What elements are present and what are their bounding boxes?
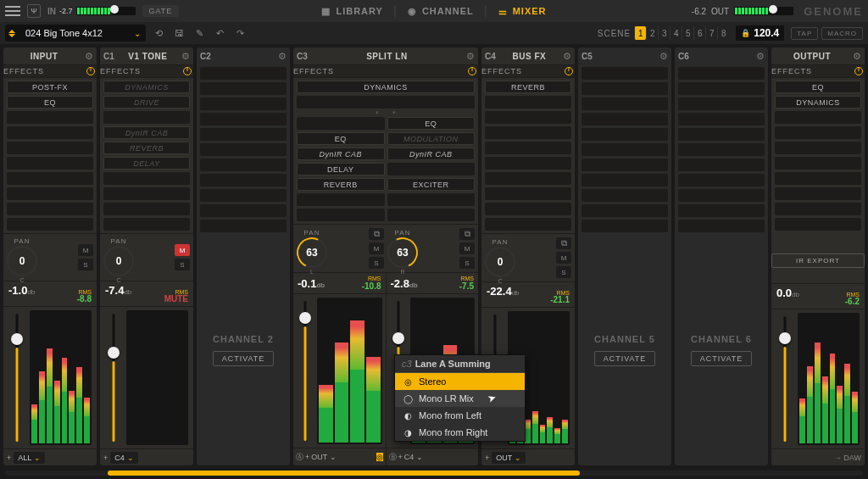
pan-knob[interactable]: 0C <box>103 246 134 276</box>
gear-icon[interactable]: ⚙ <box>563 51 571 62</box>
fx-slot[interactable]: EQ <box>387 117 476 130</box>
mute-button[interactable]: M <box>369 242 384 254</box>
fx-slot[interactable]: DYNAMICS <box>297 81 475 93</box>
tab-channel[interactable]: ◉CHANNEL <box>396 6 487 17</box>
activate-button[interactable]: ACTIVATE <box>691 351 753 366</box>
scene-1[interactable]: 1 <box>634 26 646 40</box>
route-chip[interactable]: OUT ⌄ <box>492 452 526 464</box>
scene-5[interactable]: 5 <box>682 26 693 40</box>
fx-slot[interactable]: DELAY <box>103 157 190 170</box>
pan-knob-r[interactable]: 63R <box>387 237 418 268</box>
gear-icon[interactable]: ⚙ <box>466 51 475 62</box>
edit-button[interactable]: ✎ <box>192 25 207 41</box>
reload-button[interactable]: ⟲ <box>151 25 166 41</box>
fx-slot[interactable] <box>7 126 93 139</box>
mute-button[interactable]: M <box>459 242 475 254</box>
mute-button[interactable]: M <box>556 252 571 264</box>
fader-l[interactable] <box>297 298 314 444</box>
scene-7[interactable]: 7 <box>705 26 717 40</box>
fx-slot[interactable] <box>297 96 475 109</box>
tuner-button[interactable]: Ψ <box>27 4 41 18</box>
fx-slot[interactable] <box>7 218 93 231</box>
out-gain-knob[interactable] <box>769 5 777 14</box>
menu-button[interactable] <box>5 6 20 16</box>
fx-slot[interactable]: EQ <box>297 132 385 145</box>
gear-icon[interactable]: ⚙ <box>181 51 190 62</box>
fx-slot[interactable]: DYNAMICS <box>775 96 861 109</box>
redo-button[interactable]: ↷ <box>232 25 248 41</box>
solo-button[interactable]: S <box>369 257 384 269</box>
power-icon[interactable] <box>86 67 95 75</box>
solo-button[interactable]: S <box>556 266 571 278</box>
tab-mixer[interactable]: ⚌MIXER <box>487 6 559 17</box>
add-icon[interactable]: + <box>7 454 11 462</box>
power-icon[interactable] <box>854 67 863 75</box>
add-icon[interactable]: + <box>485 454 489 462</box>
menu-item-stereo[interactable]: ◎Stereo <box>395 373 525 390</box>
tap-button[interactable]: TAP <box>791 27 818 40</box>
menu-item-mono-left[interactable]: ◐Mono from Left <box>395 407 525 424</box>
solo-button[interactable]: S <box>459 257 475 269</box>
fx-slot[interactable]: DynIR CAB <box>387 148 476 160</box>
fx-slot[interactable] <box>7 157 93 170</box>
fx-slot[interactable]: REVERB <box>103 142 190 154</box>
out-meter[interactable] <box>734 7 793 15</box>
gear-icon[interactable]: ⚙ <box>278 51 287 62</box>
link-button[interactable]: ⧉ <box>556 237 571 249</box>
undo-button[interactable]: ↶ <box>212 25 227 41</box>
fx-slot[interactable]: DynIR CAB <box>297 148 385 160</box>
fx-slot[interactable] <box>7 111 93 124</box>
add-icon[interactable]: + <box>103 454 108 462</box>
stereo-icon[interactable]: ◎ <box>376 453 383 461</box>
in-gain-knob[interactable] <box>110 5 119 14</box>
fx-slot[interactable]: MODULATION <box>387 132 476 145</box>
add-icon[interactable]: + <box>305 453 309 461</box>
link-button[interactable]: ⧉ <box>369 228 384 240</box>
fader[interactable] <box>776 313 793 445</box>
mute-button[interactable]: M <box>78 244 93 256</box>
menu-item-mono-right[interactable]: ◑Mono from Right <box>395 424 525 441</box>
chevron-down-icon[interactable]: ⌄ <box>129 29 146 38</box>
fx-slot[interactable]: REVERB <box>297 178 385 191</box>
route-chip[interactable]: OUT ⌄ <box>311 453 336 461</box>
link-button[interactable]: ⧉ <box>459 228 475 240</box>
scene-6[interactable]: 6 <box>693 26 705 40</box>
save-button[interactable]: 🖫 <box>171 25 186 41</box>
route-chip[interactable]: ALL ⌄ <box>14 452 45 464</box>
pan-knob[interactable]: 0C <box>485 247 515 277</box>
tab-library[interactable]: ▦LIBRARY <box>309 6 395 17</box>
fx-slot[interactable] <box>103 218 190 231</box>
pan-knob-l[interactable]: 63L <box>297 237 327 268</box>
fx-slot[interactable] <box>103 111 190 124</box>
fx-slot[interactable]: EQ <box>7 96 93 109</box>
bpm-display[interactable]: 🔒120.4 <box>736 25 784 41</box>
fx-slot[interactable] <box>7 172 93 185</box>
route-chip[interactable]: C4 ⌄ <box>110 452 138 464</box>
fx-slot[interactable]: EXCITER <box>387 178 476 191</box>
activate-button[interactable]: ACTIVATE <box>594 351 656 366</box>
power-icon[interactable] <box>565 67 573 75</box>
power-icon[interactable] <box>468 67 476 75</box>
fx-slot[interactable]: DynIR CAB <box>103 126 190 139</box>
preset-arrows[interactable] <box>5 30 19 37</box>
scene-3[interactable]: 3 <box>658 26 670 40</box>
fx-slot[interactable] <box>103 203 190 215</box>
add-icon[interactable]: + <box>398 453 403 461</box>
fx-slot[interactable]: DYNAMICS <box>103 81 190 93</box>
solo-button[interactable]: S <box>175 259 190 270</box>
ir-export-button[interactable]: IR EXPORT <box>771 253 865 268</box>
gate-button[interactable]: GATE <box>142 5 180 17</box>
solo-button[interactable]: S <box>78 259 93 270</box>
fx-slot[interactable]: DELAY <box>297 163 385 175</box>
fx-slot[interactable] <box>103 187 190 200</box>
scene-4[interactable]: 4 <box>670 26 682 40</box>
gear-icon[interactable]: ⚙ <box>659 51 668 62</box>
fx-slot[interactable]: POST-FX <box>7 81 93 93</box>
fx-slot[interactable] <box>103 172 190 185</box>
horizontal-scrollbar[interactable] <box>5 471 863 476</box>
fader[interactable] <box>8 310 25 445</box>
fx-slot[interactable]: EQ <box>775 81 861 93</box>
gear-icon[interactable]: ⚙ <box>756 51 765 62</box>
fx-slot[interactable] <box>7 203 93 215</box>
in-meter[interactable] <box>76 7 136 15</box>
